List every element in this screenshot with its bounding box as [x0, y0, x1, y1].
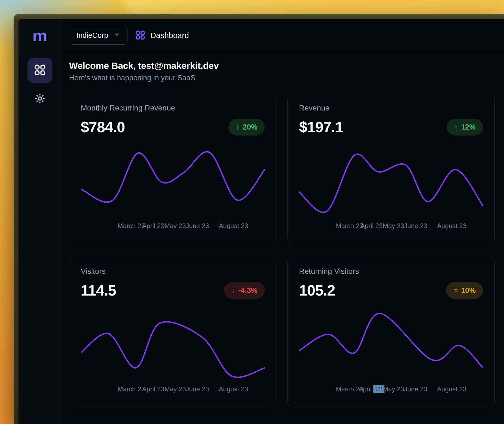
card-revenue: Revenue $197.1 ↑ 12% Ma	[287, 94, 495, 244]
main-area: IndieCorp	[61, 19, 504, 424]
metric-value: $197.1	[299, 118, 343, 136]
x-axis-tick: March 23	[336, 222, 363, 230]
makerkit-logo[interactable]: m	[32, 27, 47, 44]
trend-flat-icon: =	[453, 286, 458, 295]
metric-value: 114.5	[81, 282, 116, 299]
chevron-down-icon	[114, 31, 120, 40]
x-axis-tick: May 23	[164, 222, 186, 230]
x-axis-tick: April 23	[359, 385, 384, 393]
card-monthly-recurring-revenue: Monthly Recurring Revenue $784.0 ↑ 20%	[69, 94, 276, 244]
welcome-subtitle: Here's what is happening in your SaaS	[69, 74, 495, 82]
x-axis-tick: June 23	[404, 385, 427, 393]
trend-label: -4.3%	[238, 286, 257, 295]
value-row: 114.5 ↓ -4.3%	[81, 282, 265, 299]
x-axis-tick: March 23	[117, 385, 145, 393]
app-window: m	[14, 14, 504, 424]
line-chart[interactable]	[81, 140, 265, 221]
line-chart[interactable]	[299, 140, 483, 221]
x-axis-tick: August 23	[219, 222, 248, 230]
grid-icon	[34, 64, 46, 77]
app-frame: m	[18, 19, 504, 424]
trend-label: 20%	[243, 123, 257, 131]
trend-badge: ↑ 12%	[447, 119, 483, 136]
line-chart[interactable]	[299, 303, 483, 384]
line-chart[interactable]	[81, 303, 265, 384]
card-title: Visitors	[81, 267, 265, 276]
x-axis-tick: August 23	[219, 385, 248, 393]
grid-icon	[135, 30, 145, 41]
sidebar-item-settings[interactable]	[27, 90, 52, 108]
x-axis-labels: March 23April 23May 23June 23August 23	[81, 385, 265, 394]
value-row: 105.2 = 10%	[299, 282, 483, 299]
card-visitors: Visitors 114.5 ↓ -4.3%	[69, 257, 276, 407]
trend-down-icon: ↓	[231, 286, 235, 295]
x-axis-tick: May 23	[164, 385, 186, 393]
x-axis-tick: April 23	[360, 222, 382, 230]
x-axis-labels: March 23April 23May 23June 23August 23	[299, 222, 483, 230]
gear-icon	[34, 93, 46, 106]
x-axis-tick: April 23	[142, 222, 164, 230]
org-name: IndieCorp	[76, 31, 108, 40]
card-returning-visitors: Returning Visitors 105.2 = 10%	[287, 257, 495, 407]
x-axis-tick: August 23	[437, 385, 466, 393]
sidebar-item-dashboard[interactable]	[27, 58, 52, 83]
dashboard-content: Welcome Back, test@makerkit.dev Here's w…	[61, 52, 504, 424]
x-axis-labels: March 23April 23May 23June 23August 23	[81, 222, 265, 230]
x-axis-tick: June 23	[404, 222, 427, 230]
x-axis-tick: April 23	[142, 385, 164, 393]
trend-badge: ↑ 20%	[228, 119, 265, 136]
x-axis-tick: May 23	[383, 385, 404, 393]
trend-label: 12%	[461, 123, 476, 131]
screen: m	[0, 0, 504, 424]
card-title: Revenue	[299, 104, 483, 112]
topbar: IndieCorp	[61, 19, 504, 52]
trend-badge: = 10%	[446, 282, 483, 299]
org-selector-button[interactable]: IndieCorp	[69, 27, 127, 45]
metric-value: $784.0	[81, 118, 125, 136]
card-title: Returning Visitors	[299, 267, 483, 276]
x-axis-tick: March 23	[117, 222, 145, 230]
welcome-heading: Welcome Back, test@makerkit.dev	[69, 60, 495, 71]
card-title: Monthly Recurring Revenue	[81, 104, 265, 112]
x-axis-labels: March 23April 23May 23June 23August 23	[299, 385, 483, 394]
breadcrumb: Dashboard	[135, 30, 189, 41]
metric-value: 105.2	[299, 282, 335, 299]
trend-label: 10%	[461, 286, 476, 295]
page-title: Dashboard	[150, 31, 189, 40]
value-row: $784.0 ↑ 20%	[81, 118, 265, 136]
x-axis-tick: June 23	[186, 385, 209, 393]
sidebar: m	[18, 19, 61, 424]
x-axis-tick: May 23	[383, 222, 404, 230]
x-axis-tick: August 23	[437, 222, 466, 230]
trend-up-icon: ↑	[454, 123, 458, 131]
value-row: $197.1 ↑ 12%	[299, 118, 483, 136]
trend-badge: ↓ -4.3%	[224, 282, 265, 299]
trend-up-icon: ↑	[236, 123, 239, 131]
x-axis-tick: June 23	[186, 222, 209, 230]
metric-cards-grid: Monthly Recurring Revenue $784.0 ↑ 20%	[69, 94, 495, 407]
